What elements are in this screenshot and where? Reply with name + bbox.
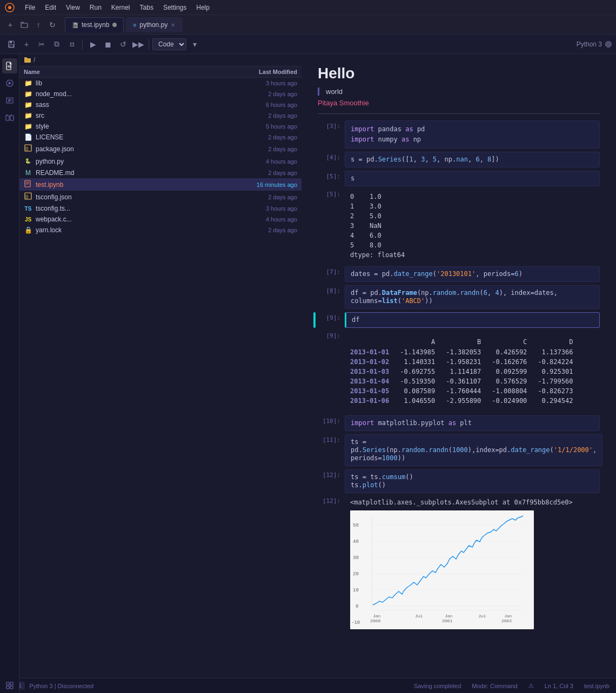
cell-type-select[interactable]: Code	[152, 38, 186, 50]
tab-python-label: python.py	[139, 21, 168, 29]
tab-notebook[interactable]: 📓 test.ipynb	[65, 17, 124, 32]
file-name: webpack.c...	[36, 216, 249, 223]
file-item-nodemod[interactable]: 📁 node_mod... 2 days ago	[19, 89, 302, 99]
svg-text:2000: 2000	[370, 618, 380, 623]
file-item-readme[interactable]: M README.md 2 days ago	[19, 167, 302, 178]
copy-button[interactable]: ⧉	[50, 37, 64, 51]
toolbar-right: Python 3	[577, 41, 612, 48]
menu-help[interactable]: Help	[192, 3, 214, 12]
cell-12-output: [12]: <matplotlib.axes._subplots.AxesSub…	[318, 495, 600, 637]
svg-marker-10	[9, 82, 11, 85]
menu-tabs[interactable]: Tabs	[136, 3, 158, 12]
notebook-blockquote: world	[318, 88, 600, 96]
cell-input-8[interactable]: df = pd.DataFrame(np.random.randn(6, 4),…	[345, 285, 600, 309]
toolbar-sep-1	[82, 39, 83, 50]
cut-button[interactable]: ✂	[35, 37, 49, 51]
file-item-tsconfigjson[interactable]: {} tsconfig.json 2 days ago	[19, 191, 302, 203]
file-item-src[interactable]: 📁 src 2 days ago	[19, 110, 302, 121]
new-tab-button[interactable]: +	[4, 19, 16, 31]
svg-rect-16	[10, 116, 14, 120]
tab-python[interactable]: ≡ python.py ✕	[126, 17, 182, 32]
line-col-indicator: Ln 1, Col 3	[545, 683, 573, 689]
cell-input-7[interactable]: dates = pd.date_range('20130101', period…	[345, 266, 600, 282]
file-item-testipynb[interactable]: test.ipynb 16 minutes ago	[19, 178, 302, 191]
sidebar-commands-icon[interactable]	[2, 93, 17, 108]
table-cell-a: -0.519350	[400, 376, 446, 386]
cell-input-4[interactable]: s = pd.Series([1, 3, 5, np.nan, 6, 8])	[345, 152, 600, 167]
table-row: 2013-01-02 1.140331 -1.958231 -0.162676 …	[350, 357, 584, 367]
file-name: tsconfig.ts...	[36, 205, 249, 212]
svg-text:Jul: Jul	[415, 614, 423, 618]
svg-rect-22	[10, 686, 13, 689]
table-col-index	[350, 337, 400, 347]
python-file-icon: 🐍	[24, 157, 32, 166]
file-item-license[interactable]: 📄 LICENSE 2 days ago	[19, 132, 302, 143]
tab-actions: + ↑ ↻	[4, 19, 58, 31]
file-item-sass[interactable]: 📁 sass 6 hours ago	[19, 99, 302, 110]
file-item-tsconfigts[interactable]: TS tsconfig.ts... 3 hours ago	[19, 203, 302, 214]
table-row: 2013-01-06 1.046550 -2.955890 -0.024900 …	[350, 396, 584, 406]
python-tab-icon: ≡	[133, 22, 136, 28]
cell-3: [3]: import pandas as pd import numpy as…	[318, 120, 600, 149]
file-item-yarnlock[interactable]: 🔒 yarn.lock 2 days ago	[19, 225, 302, 236]
matplotlib-repr: <matplotlib.axes._subplots.AxesSubplot a…	[350, 499, 594, 506]
table-cell-a: 1.046550	[400, 396, 446, 406]
cell-input-12[interactable]: ts = ts.cumsum() ts.plot()	[345, 469, 600, 493]
cell-input-5[interactable]: s	[345, 171, 600, 186]
stop-button[interactable]: ◼	[101, 37, 115, 51]
cell-input-9[interactable]: df	[345, 312, 600, 328]
menu-edit[interactable]: Edit	[41, 3, 61, 12]
file-item-webpack[interactable]: JS webpack.c... 4 hours ago	[19, 214, 302, 225]
sidebar-running-icon[interactable]	[2, 76, 17, 91]
cell-label-5-out: [5]:	[318, 189, 345, 198]
cell-label-7: [7]:	[318, 266, 345, 275]
cell-output-5: 0 1.0 1 3.0 2 5.0 3 NaN 4 6.0 5 8.0 dtyp…	[345, 189, 600, 263]
cell-input-3[interactable]: import pandas as pd import numpy as np	[345, 120, 600, 149]
menu-run[interactable]: Run	[85, 3, 106, 12]
status-left: ⎇ 1 Python 3 | Disconnected	[6, 682, 93, 690]
menu-kernel[interactable]: Kernel	[107, 3, 135, 12]
table-row: 2013-01-01 -1.143985 -1.382053 0.426592 …	[350, 347, 584, 357]
paste-button[interactable]: ⧈	[65, 37, 79, 51]
table-cell-a: 1.140331	[400, 357, 446, 367]
add-cell-button[interactable]: +	[19, 37, 34, 51]
table-cell-d: 0.925301	[538, 367, 584, 376]
restart-button[interactable]: ↺	[116, 37, 130, 51]
cell-input-10[interactable]: import matplotlib.pyplot as plt	[345, 415, 600, 431]
svg-text:50: 50	[353, 523, 359, 528]
sidebar-files-icon[interactable]	[2, 58, 17, 73]
table-cell-c: -0.024900	[492, 396, 538, 406]
sidebar-tabs-icon[interactable]	[2, 110, 17, 125]
save-status: Saving completed	[414, 683, 461, 689]
file-item-style[interactable]: 📁 style 5 hours ago	[19, 121, 302, 132]
file-date: 2 days ago	[249, 134, 297, 140]
file-name: package.json	[36, 145, 249, 153]
file-date: 6 hours ago	[249, 102, 297, 108]
menu-settings[interactable]: Settings	[159, 3, 191, 12]
svg-text:2002: 2002	[501, 618, 512, 623]
active-cell-indicator	[313, 312, 316, 328]
notebook-divider	[318, 113, 600, 114]
menu-view[interactable]: View	[62, 3, 84, 12]
cell-type-dropdown[interactable]: ▾	[188, 37, 202, 51]
status-right: Saving completed Mode: Command ⚠ Ln 1, C…	[414, 682, 610, 689]
file-list-header: Name Last Modified	[19, 66, 302, 78]
cell-input-11[interactable]: ts = pd.Series(np.random.randn(1000),ind…	[345, 434, 602, 466]
matplotlib-chart: 50 40 30 20 10 0 -10	[350, 510, 534, 629]
refresh-button[interactable]: ↻	[46, 19, 58, 31]
file-item-packagejson[interactable]: {} package.json 2 days ago	[19, 143, 302, 155]
run-all-button[interactable]: ▶▶	[131, 37, 145, 51]
svg-text:Jan: Jan	[504, 614, 512, 618]
upload-button[interactable]: ↑	[32, 19, 44, 31]
save-button[interactable]	[4, 37, 18, 51]
table-row: 2013-01-04 -0.519350 -0.361107 0.576529 …	[350, 376, 584, 386]
run-button[interactable]: ▶	[86, 37, 100, 51]
sidebar-extensions-icon[interactable]	[2, 678, 17, 693]
cell-5-input: [5]: s	[318, 171, 600, 186]
folder-button[interactable]	[18, 19, 30, 31]
tab-close-icon[interactable]: ✕	[171, 22, 175, 28]
file-item-python[interactable]: 🐍 python.py 4 hours ago	[19, 155, 302, 167]
notebook-theme: Pitaya Smoothie	[318, 99, 600, 107]
menu-file[interactable]: File	[21, 3, 39, 12]
file-item-lib[interactable]: 📁 lib 3 hours ago	[19, 78, 302, 89]
